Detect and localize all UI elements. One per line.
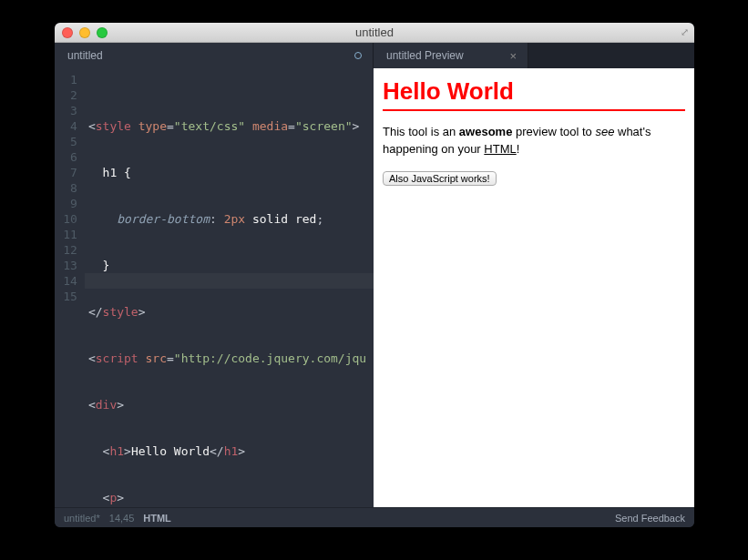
close-tab-icon[interactable]: × [509, 49, 517, 63]
content-area: 1 2 3 4 5 6 7 8 9 10 11 12 13 14 15 <sty… [55, 68, 694, 507]
preview-paragraph: This tool is an awesome preview tool to … [383, 124, 685, 158]
titlebar[interactable]: untitled ⤢ [55, 23, 694, 43]
tab-label: untitled [67, 49, 103, 62]
window-title: untitled [55, 25, 694, 39]
line-gutter: 1 2 3 4 5 6 7 8 9 10 11 12 13 14 15 [55, 68, 85, 507]
modified-indicator-icon [354, 52, 362, 59]
tab-editor[interactable]: untitled [55, 43, 374, 68]
tab-preview[interactable]: untitled Preview × [374, 43, 528, 68]
tabbar: untitled untitled Preview × [55, 43, 694, 68]
code-body[interactable]: <style type="text/css" media="screen"> h… [85, 68, 374, 507]
tab-label: untitled Preview [386, 49, 464, 62]
preview-heading: Hello World [383, 77, 685, 111]
preview-js-button[interactable]: Also JavaScript works! [383, 171, 497, 186]
status-filename: untitled* [64, 513, 100, 524]
send-feedback-link[interactable]: Send Feedback [615, 513, 685, 524]
status-language-mode[interactable]: HTML [143, 513, 171, 524]
code-editor[interactable]: 1 2 3 4 5 6 7 8 9 10 11 12 13 14 15 <sty… [55, 68, 374, 507]
tabbar-empty [528, 43, 694, 68]
statusbar: untitled* 14,45 HTML Send Feedback [55, 507, 694, 527]
active-line-highlight [85, 273, 374, 289]
app-window: untitled ⤢ untitled untitled Preview × 1… [55, 23, 694, 527]
status-cursor-pos: 14,45 [109, 513, 135, 524]
resize-icon[interactable]: ⤢ [681, 26, 689, 38]
preview-pane: Hello World This tool is an awesome prev… [374, 68, 694, 507]
